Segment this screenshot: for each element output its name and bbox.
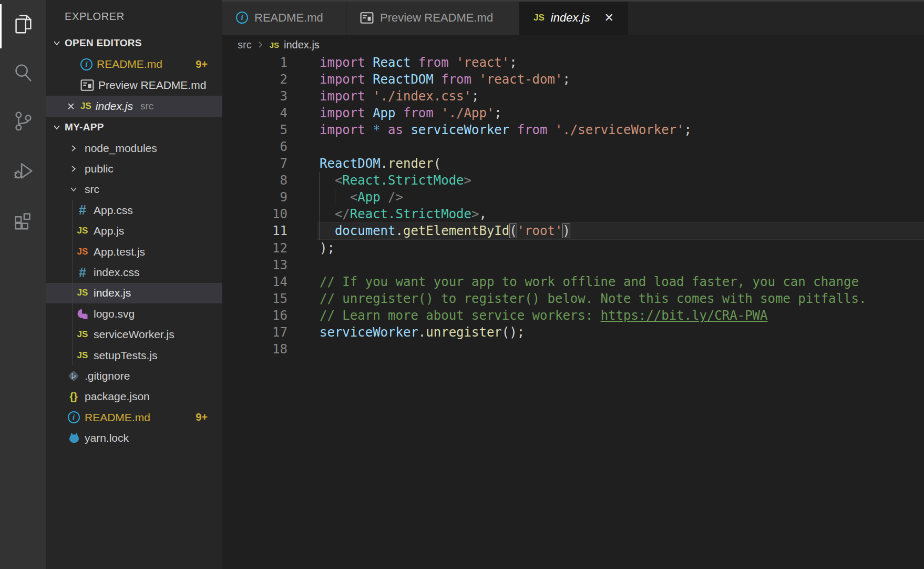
code-line-12[interactable]: 12);: [222, 240, 924, 257]
breadcrumb-file[interactable]: index.js: [284, 39, 320, 51]
code-line-6[interactable]: 6: [222, 138, 924, 155]
line-content: );: [320, 240, 335, 257]
code-line-18[interactable]: 18: [222, 341, 924, 358]
token-id: React: [373, 55, 418, 70]
line-number: 3: [222, 88, 288, 105]
code-line-14[interactable]: 14// If you want your app to work offlin…: [222, 273, 924, 290]
token-pun: (: [434, 156, 441, 171]
yarn-icon: [67, 432, 80, 444]
json-icon: {}: [69, 391, 78, 403]
tree-item-app-js[interactable]: JSApp.js: [46, 221, 222, 241]
line-content: ReactDOM.render(: [320, 155, 441, 172]
open-editor-label: index.js: [96, 100, 133, 113]
tab-preview-readme-md[interactable]: Preview README.md: [346, 0, 520, 35]
tree-item-app-test-js[interactable]: JSApp.test.js: [46, 241, 222, 262]
token-fn: unregister: [426, 325, 502, 340]
tree-item-src[interactable]: src: [46, 179, 222, 200]
breadcrumb-src[interactable]: src: [238, 39, 252, 51]
token-str: './serviceWorker': [555, 123, 684, 137]
open-editor-preview-readme-md[interactable]: Preview README.md: [46, 75, 222, 96]
source-control-icon[interactable]: [0, 98, 46, 144]
open-editor-label: Preview README.md: [98, 79, 206, 92]
indent-guide: [73, 200, 73, 220]
token-id: App: [373, 106, 403, 120]
close-icon[interactable]: ✕: [67, 100, 80, 113]
tab-index-js[interactable]: JSindex.js✕: [520, 0, 628, 35]
line-number: 7: [222, 155, 288, 172]
open-editors-list: iREADME.md9+Preview README.md✕JSindex.js…: [46, 54, 222, 117]
tree-item-node-modules[interactable]: node_modules: [46, 138, 222, 158]
code-line-1[interactable]: 1import React from 'react';: [222, 54, 924, 71]
line-content: serviceWorker.unregister();: [320, 324, 525, 341]
problems-badge: 9+: [196, 58, 208, 70]
tree-item-label: setupTests.js: [94, 349, 157, 362]
code-line-10[interactable]: 10 </React.StrictMode>,: [222, 206, 924, 222]
tree-item-label: App.test.js: [94, 246, 145, 258]
code-line-4[interactable]: 4import App from './App';: [222, 105, 924, 121]
code-line-9[interactable]: 9 <App />: [222, 189, 924, 206]
tree-item-label: README.md: [85, 411, 150, 424]
code-line-7[interactable]: 7ReactDOM.render(: [222, 155, 924, 172]
run-debug-icon[interactable]: [0, 147, 46, 194]
tree-item-label: serviceWorker.js: [94, 328, 174, 341]
breadcrumb: src JS index.js: [222, 35, 924, 54]
tree-item-logo-svg[interactable]: logo.svg: [46, 303, 222, 324]
token-br: <: [350, 190, 357, 205]
tree-item-gitignore[interactable]: .gitignore: [46, 365, 222, 386]
close-icon[interactable]: ✕: [604, 11, 614, 25]
tree-item-setuptests-js[interactable]: JSsetupTests.js: [46, 345, 222, 365]
open-editor-label: README.md: [97, 58, 162, 70]
token-br: <: [335, 173, 342, 188]
workspace-header[interactable]: MY-APP: [46, 117, 222, 138]
file-tree: node_modulespublicsrc#App.cssJSApp.jsJSA…: [46, 138, 222, 449]
code-line-3[interactable]: 3import './index.css';: [222, 88, 924, 105]
tree-item-yarn-lock[interactable]: yarn.lock: [46, 428, 222, 448]
token-pun: ;: [562, 72, 570, 87]
token-bm: (: [509, 223, 517, 238]
token-str: 'react': [456, 55, 509, 70]
tree-item-index-css[interactable]: #index.css: [46, 262, 222, 282]
token-kw: from: [441, 72, 479, 87]
activity-bar: [0, 0, 46, 569]
preview-icon: [80, 79, 94, 92]
code-line-11[interactable]: 11 document.getElementById('root'): [222, 222, 924, 239]
code-line-16[interactable]: 16// Learn more about service workers: h…: [222, 307, 924, 324]
code-line-2[interactable]: 2import ReactDOM from 'react-dom';: [222, 71, 924, 88]
tree-item-public[interactable]: public: [46, 158, 222, 179]
token-kw: from: [418, 55, 456, 70]
extensions-icon[interactable]: [0, 197, 46, 243]
code-line-15[interactable]: 15// unregister() to register() below. N…: [222, 290, 924, 307]
code-line-8[interactable]: 8 <React.StrictMode>: [222, 172, 924, 189]
line-number: 4: [222, 105, 288, 121]
tree-item-package-json[interactable]: {}package.json: [46, 387, 222, 407]
indent-guide: [73, 283, 73, 303]
search-icon[interactable]: [0, 49, 46, 96]
css-icon: #: [79, 265, 86, 280]
comment-link[interactable]: https://bit.ly/CRA-PWA: [601, 308, 768, 323]
tree-item-serviceworker-js[interactable]: JSserviceWorker.js: [46, 324, 222, 345]
code-line-5[interactable]: 5import * as serviceWorker from './servi…: [222, 121, 924, 138]
open-editor-readme-md[interactable]: iREADME.md9+: [46, 54, 222, 75]
open-editor-index-js[interactable]: ✕JSindex.jssrc: [46, 96, 222, 117]
token-fn: render: [388, 156, 434, 171]
line-number: 12: [222, 240, 288, 257]
indent-guide: [73, 241, 73, 262]
workspace-label: MY-APP: [65, 121, 104, 133]
tree-item-readme-md[interactable]: iREADME.md9+: [46, 407, 222, 428]
explorer-icon[interactable]: [0, 1, 46, 47]
code-line-17[interactable]: 17serviceWorker.unregister();: [222, 324, 924, 341]
tree-item-index-js[interactable]: JSindex.js: [46, 283, 222, 303]
token-id: serviceWorker: [320, 325, 418, 340]
tree-item-label: .gitignore: [85, 370, 130, 382]
chevron-right-icon: [66, 144, 81, 153]
code-line-13[interactable]: 13: [222, 257, 924, 273]
token-tag: App: [357, 190, 380, 205]
open-editors-header[interactable]: OPEN EDITORS: [46, 33, 222, 54]
tree-item-app-css[interactable]: #App.css: [46, 200, 222, 220]
chevron-down-icon: [52, 38, 61, 48]
code-editor[interactable]: 1import React from 'react';2import React…: [222, 54, 924, 569]
token-bm: ): [562, 223, 570, 238]
line-content: import App from './App';: [320, 105, 502, 121]
tab-readme-md[interactable]: iREADME.md: [222, 0, 346, 35]
indent-guide: [73, 262, 73, 282]
